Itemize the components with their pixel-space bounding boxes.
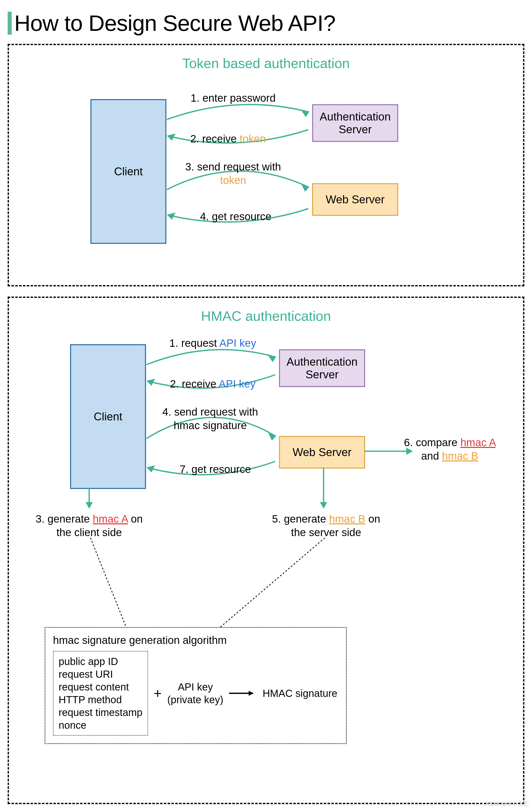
client-box: Client: [90, 99, 166, 244]
dash-right: [218, 538, 330, 630]
step4-label: 4. get resource: [192, 210, 279, 224]
h-step3-label: 3. generate hmac A on the client side: [29, 512, 149, 539]
client-box: Client: [70, 344, 146, 489]
algo-box: hmac signature generation algorithm publ…: [45, 627, 347, 744]
algo-input: request content: [59, 680, 142, 693]
web-server-box: Web Server: [312, 183, 398, 216]
token-panel-title: Token based authentication: [19, 55, 513, 71]
algo-inputs: public app ID request URI request conten…: [53, 651, 148, 736]
hmac-panel-title: HMAC authentication: [19, 308, 513, 324]
arrow-h3-down: [84, 488, 94, 511]
page-title-bar: How to Design Secure Web API?: [7, 10, 525, 36]
algo-input: request URI: [59, 668, 142, 680]
h-step1-label: 1. request API key: [159, 337, 266, 350]
token-panel: Token based authentication Client Authen…: [7, 44, 525, 286]
hmac-panel: HMAC authentication Client Authenticatio…: [7, 296, 525, 804]
h-step4-label: 4. send request with hmac signature: [152, 406, 269, 432]
h-step6-label: 6. compare hmac A and hmac B: [396, 436, 503, 463]
title-accent: [7, 12, 12, 35]
hmac-stage: Client Authentication Server Web Server …: [19, 334, 513, 793]
auth-server-box: Authentication Server: [312, 104, 398, 142]
step2-label: 2. receive token: [182, 132, 274, 146]
watermark: CSDN @小小工匠: [483, 800, 529, 808]
step1-label: 1. enter password: [182, 91, 284, 105]
api-key-label: API key(private key): [167, 680, 224, 706]
h-step5-label: 5. generate hmac B on the server side: [266, 512, 386, 539]
token-stage: Client Authentication Server Web Server …: [19, 81, 513, 275]
h-step7-label: 7. get resource: [172, 463, 259, 476]
auth-server-box: Authentication Server: [279, 349, 365, 387]
algo-input: nonce: [59, 719, 142, 732]
algo-input: request timestamp: [59, 706, 142, 719]
algo-row: public app ID request URI request conten…: [53, 651, 338, 736]
dash-left: [80, 538, 131, 630]
plus-icon: +: [154, 685, 162, 701]
algo-title: hmac signature generation algorithm: [53, 634, 338, 646]
page-title: How to Design Secure Web API?: [14, 10, 336, 36]
hmac-output: HMAC signature: [263, 688, 337, 699]
h-step2-label: 2. receive API key: [159, 377, 266, 391]
algo-input: public app ID: [59, 655, 142, 668]
web-server-box: Web Server: [279, 436, 365, 469]
arrow-right-icon: [229, 689, 257, 697]
step3-label: 3. send request with token: [185, 160, 282, 187]
algo-input: HTTP method: [59, 693, 142, 706]
arrow-h5-down: [319, 468, 329, 511]
